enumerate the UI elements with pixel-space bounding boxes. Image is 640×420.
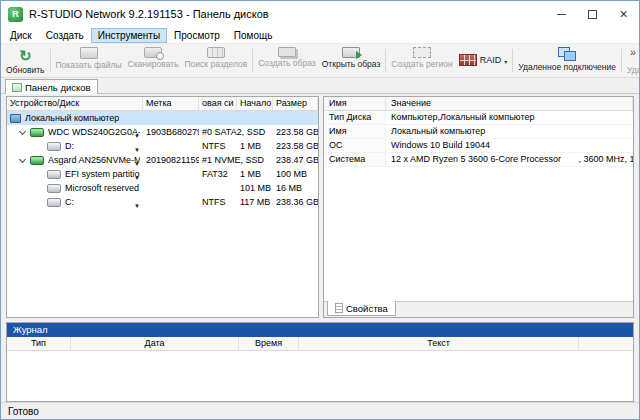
log-body xyxy=(7,351,633,401)
size-cell: 223.58 GB xyxy=(273,140,318,153)
device-name-label: C: xyxy=(65,196,74,209)
log-panel-title: Журнал xyxy=(7,323,633,337)
toolbar: ОбновитьПоказать файлыСканироватьПоиск р… xyxy=(1,44,639,78)
find-partitions-icon xyxy=(207,47,225,58)
dropdown-caret-icon[interactable] xyxy=(134,143,140,153)
properties-column-header[interactable]: Значение xyxy=(386,97,633,110)
properties-header: ИмяЗначение xyxy=(324,97,633,111)
toolbar-button-create-region: Создать регион xyxy=(388,45,455,76)
property-value-cell: 12 x AMD Ryzen 5 3600 6-Core Processor ,… xyxy=(386,153,633,166)
toolbar-button-label: Удалить xyxy=(627,65,639,75)
toolbar-overflow-button[interactable]: » xyxy=(630,47,636,58)
partition-icon xyxy=(47,184,61,193)
toolbar-buttons: ОбновитьПоказать файлыСканироватьПоиск р… xyxy=(1,44,639,77)
log-column-header[interactable]: Дата xyxy=(71,337,239,350)
size-cell: 223.58 GB xyxy=(273,126,318,139)
create-region-icon xyxy=(413,47,431,58)
property-value-cell: Компьютер,Локальный компьютер xyxy=(386,111,633,124)
open-image-icon xyxy=(342,47,360,58)
device-name-cell: Asgard AN256NVMe-M... xyxy=(7,154,143,167)
dropdown-caret-icon[interactable] xyxy=(134,129,140,139)
properties-panel: ИмяЗначение Тип ДискаКомпьютер,Локальный… xyxy=(323,96,634,318)
tab-disk-panel[interactable]: Панель дисков xyxy=(5,79,98,94)
tree-row[interactable]: WDC WDS240G2G0A-00...1903B6802790#0 SATA… xyxy=(7,125,318,139)
log-header: ТипДатаВремяТекст xyxy=(7,337,633,351)
tree-row[interactable]: Microsoft reserved ...101 MB16 MB xyxy=(7,181,318,195)
property-name-cell: Система xyxy=(324,153,386,166)
statusbar: Готово xyxy=(1,402,639,419)
toolbar-button-label: RAID xyxy=(480,55,502,65)
start-cell: 117 MB xyxy=(237,196,273,209)
toolbar-button-show-files: Показать файлы xyxy=(53,45,125,76)
filesystem-cell: #0 SATA2, SSD xyxy=(199,126,237,139)
menu-item-help[interactable]: Помощь xyxy=(227,28,280,43)
property-row: ИмяЛокальный компьютер xyxy=(324,125,633,139)
main-area: Устройство/ДискМеткаовая сиНачалоРазмер … xyxy=(1,94,639,322)
expand-chevron-icon[interactable] xyxy=(19,155,26,162)
tree-column-header[interactable]: Метка xyxy=(143,97,199,110)
dropdown-caret-icon[interactable] xyxy=(134,199,140,209)
menu-item-tools[interactable]: Инструменты xyxy=(91,28,167,43)
toolbar-button-label: Создать образ xyxy=(258,58,316,68)
tree-column-header[interactable]: Устройство/Диск xyxy=(7,97,143,110)
log-column-header[interactable]: Тип xyxy=(7,337,71,350)
toolbar-button-label: Показать файлы xyxy=(56,60,122,70)
size-cell: 238.47 GB xyxy=(273,154,318,167)
tab-properties[interactable]: Свойства xyxy=(327,301,396,316)
device-name-cell: WDC WDS240G2G0A-00... xyxy=(7,126,143,139)
raid-icon xyxy=(459,54,477,66)
tree-row[interactable]: C:NTFS117 MB238.36 GB xyxy=(7,195,318,209)
tree-column-header[interactable]: Размер xyxy=(273,97,318,110)
remote-connection-icon xyxy=(558,47,576,61)
properties-column-header[interactable]: Имя xyxy=(324,97,386,110)
partition-icon xyxy=(47,142,61,151)
tree-column-header[interactable]: овая си xyxy=(199,97,237,110)
log-column-header[interactable]: Текст xyxy=(299,337,579,350)
filesystem-cell: NTFS xyxy=(199,196,237,209)
menu-item-disk[interactable]: Диск xyxy=(3,28,39,43)
window-controls xyxy=(546,1,639,27)
drive-icon xyxy=(30,128,44,137)
minimize-icon xyxy=(557,14,566,15)
tab-properties-label: Свойства xyxy=(346,303,388,314)
properties-body: Тип ДискаКомпьютер,Локальный компьютерИм… xyxy=(324,111,633,301)
tree-row[interactable]: Локальный компьютер xyxy=(7,111,318,125)
toolbar-button-find-partitions: Поиск разделов xyxy=(182,45,251,76)
toolbar-button-label: Поиск разделов xyxy=(185,59,248,69)
tree-row[interactable]: D:NTFS1 MB223.58 GB xyxy=(7,139,318,153)
menu-item-create[interactable]: Создать xyxy=(39,28,91,43)
toolbar-button-remote-connection[interactable]: Удаленное подключение xyxy=(515,45,619,76)
dropdown-caret-icon[interactable] xyxy=(134,171,140,181)
tree-row[interactable]: EFI system partitionFAT321 MB100 MB xyxy=(7,167,318,181)
close-button[interactable] xyxy=(608,1,639,27)
toolbar-separator xyxy=(621,49,622,72)
maximize-button[interactable] xyxy=(577,1,608,27)
expand-chevron-icon[interactable] xyxy=(19,127,26,134)
start-cell: 1 MB xyxy=(237,140,273,153)
menu-item-view[interactable]: Просмотр xyxy=(167,28,227,43)
log-column-header[interactable]: Время xyxy=(239,337,299,350)
dropdown-caret-icon xyxy=(504,55,507,66)
property-row: Система12 x AMD Ryzen 5 3600 6-Core Proc… xyxy=(324,153,633,167)
show-files-icon xyxy=(80,47,98,59)
filesystem-cell: #1 NVME, SSD xyxy=(199,154,237,167)
property-name-cell: Тип Диска xyxy=(324,111,386,124)
device-name-label: Microsoft reserved ... xyxy=(65,182,140,195)
toolbar-button-refresh[interactable]: Обновить xyxy=(3,45,48,76)
size-cell: 16 MB xyxy=(273,182,318,195)
toolbar-button-open-image[interactable]: Открыть образ xyxy=(319,45,384,76)
dropdown-caret-icon[interactable] xyxy=(134,157,140,167)
device-name-cell: Microsoft reserved ... xyxy=(7,182,143,195)
device-name-label: WDC WDS240G2G0A-00... xyxy=(48,126,140,139)
tree-row[interactable]: Asgard AN256NVMe-M...201908211593#1 NVME… xyxy=(7,153,318,167)
device-tree-body: Локальный компьютерWDC WDS240G2G0A-00...… xyxy=(7,111,318,317)
minimize-button[interactable] xyxy=(546,1,577,27)
log-header-filler xyxy=(579,337,633,350)
properties-icon xyxy=(335,303,343,313)
tree-column-header[interactable]: Начало xyxy=(237,97,273,110)
start-cell: 1 MB xyxy=(237,168,273,181)
create-image-icon xyxy=(278,47,296,57)
device-name-cell: C: xyxy=(7,196,143,209)
toolbar-button-raid[interactable]: RAID xyxy=(456,45,511,76)
app-icon: R xyxy=(8,7,23,22)
